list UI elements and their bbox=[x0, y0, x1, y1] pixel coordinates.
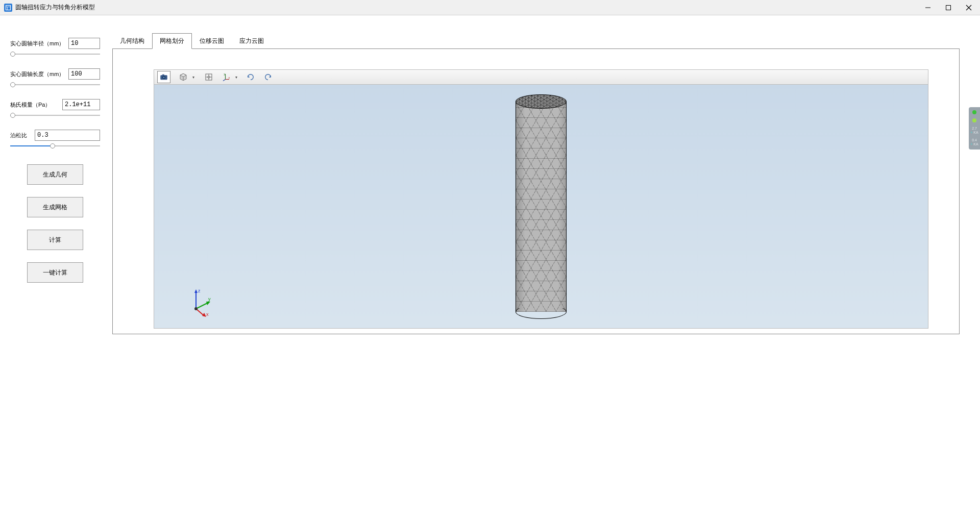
param-length: 实心圆轴长度（mm） bbox=[10, 68, 100, 88]
maximize-button[interactable] bbox=[941, 2, 955, 13]
tabs: 几何结构 网格划分 位移云图 应力云图 bbox=[112, 33, 960, 48]
poisson-slider[interactable] bbox=[10, 143, 100, 149]
rotate-cw-icon[interactable] bbox=[261, 71, 275, 83]
axes-dropdown-icon[interactable]: ▾ bbox=[234, 75, 239, 80]
status-dot-2 bbox=[972, 118, 976, 122]
generate-mesh-button[interactable]: 生成网格 bbox=[27, 197, 83, 217]
youngs-label: 杨氏模量（Pa） bbox=[10, 101, 51, 109]
svg-text:y: y bbox=[224, 72, 226, 76]
app-icon bbox=[4, 4, 12, 12]
axes-icon[interactable]: yx bbox=[219, 71, 233, 83]
radius-label: 实心圆轴半径（mm） bbox=[10, 40, 64, 47]
length-slider[interactable] bbox=[10, 82, 100, 88]
sidebar: 实心圆轴半径（mm） 实心圆轴长度（mm） 杨氏模量（Pa） bbox=[0, 15, 112, 521]
titlebar-left: 圆轴扭转应力与转角分析模型 bbox=[4, 3, 95, 12]
radius-input[interactable] bbox=[68, 38, 100, 49]
poisson-input[interactable] bbox=[35, 130, 100, 141]
titlebar: 圆轴扭转应力与转角分析模型 bbox=[0, 0, 980, 15]
rotate-ccw-icon[interactable] bbox=[244, 71, 257, 83]
status-metric-2: 0.4 + KA bbox=[970, 138, 978, 146]
svg-point-23 bbox=[194, 307, 198, 310]
svg-line-14 bbox=[223, 80, 226, 81]
compute-button[interactable]: 计算 bbox=[27, 230, 83, 250]
fit-view-icon[interactable] bbox=[202, 71, 215, 83]
youngs-slider[interactable] bbox=[10, 112, 100, 118]
param-poisson: 泊松比 bbox=[10, 130, 100, 149]
svg-rect-0 bbox=[6, 5, 11, 10]
svg-point-9 bbox=[163, 77, 165, 78]
status-metric-1: 2.7 + KA bbox=[970, 127, 978, 134]
length-input[interactable] bbox=[68, 68, 100, 80]
camera-icon[interactable] bbox=[157, 71, 170, 83]
window-controls bbox=[921, 2, 976, 13]
right-status-panel: 2.7 + KA 0.4 + KA bbox=[969, 107, 980, 150]
tab-displacement[interactable]: 位移云图 bbox=[192, 33, 232, 49]
viewport-toolbar: ▾ yx ▾ bbox=[154, 69, 928, 85]
triad-x-label: x bbox=[206, 312, 209, 317]
cube-view-dropdown-icon[interactable]: ▾ bbox=[191, 75, 196, 80]
svg-rect-10 bbox=[162, 75, 164, 76]
generate-geometry-button[interactable]: 生成几何 bbox=[27, 164, 83, 185]
svg-rect-4 bbox=[946, 5, 951, 10]
radius-slider[interactable] bbox=[10, 51, 100, 57]
tab-stress[interactable]: 应力云图 bbox=[232, 33, 272, 49]
cylinder-mesh bbox=[516, 94, 567, 319]
minimize-button[interactable] bbox=[921, 2, 935, 13]
window-title: 圆轴扭转应力与转角分析模型 bbox=[15, 3, 95, 12]
viewport-frame: ▾ yx ▾ bbox=[112, 48, 960, 334]
svg-line-19 bbox=[196, 303, 208, 309]
triad-z-label: z bbox=[198, 288, 201, 293]
close-button[interactable] bbox=[962, 2, 976, 13]
content: 几何结构 网格划分 位移云图 应力云图 ▾ y bbox=[112, 15, 980, 521]
cube-view-icon[interactable] bbox=[177, 71, 190, 83]
poisson-label: 泊松比 bbox=[10, 132, 27, 139]
status-dot-1 bbox=[972, 110, 976, 114]
youngs-input[interactable] bbox=[62, 99, 100, 110]
svg-marker-18 bbox=[194, 289, 198, 293]
viewport-canvas[interactable]: z y x bbox=[154, 85, 928, 329]
axis-triad: z y x bbox=[186, 287, 216, 318]
param-radius: 实心圆轴半径（mm） bbox=[10, 38, 100, 57]
length-label: 实心圆轴长度（mm） bbox=[10, 70, 64, 78]
svg-text:x: x bbox=[229, 76, 230, 79]
tab-geometry[interactable]: 几何结构 bbox=[112, 33, 152, 49]
tab-mesh[interactable]: 网格划分 bbox=[152, 33, 192, 49]
svg-marker-20 bbox=[206, 302, 210, 305]
action-buttons: 生成几何 生成网格 计算 一键计算 bbox=[10, 164, 100, 283]
one-click-compute-button[interactable]: 一键计算 bbox=[27, 262, 83, 283]
triad-y-label: y bbox=[208, 296, 211, 302]
param-youngs: 杨氏模量（Pa） bbox=[10, 99, 100, 118]
